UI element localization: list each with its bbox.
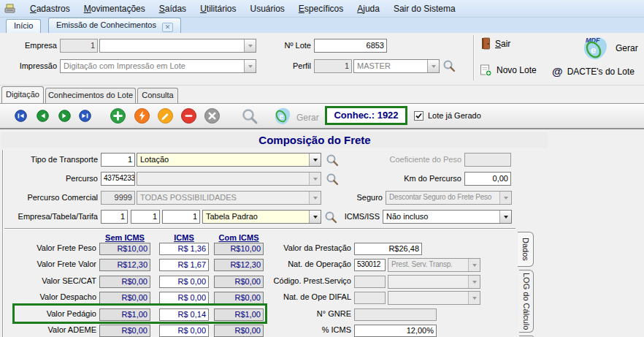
tab-inicio[interactable]: Início xyxy=(6,19,41,33)
codigo-prest-code-field[interactable] xyxy=(354,276,386,288)
pedagio-icms[interactable]: R$ 0,14 xyxy=(159,308,209,321)
empresa-name-combo[interactable] xyxy=(99,39,256,53)
chevron-down-icon[interactable] xyxy=(309,173,321,185)
next-record-button[interactable] xyxy=(58,110,71,122)
delete-button[interactable] xyxy=(181,108,196,124)
perfil-value: MASTER xyxy=(354,60,427,72)
col-com-icms-header: Com ICMS xyxy=(214,233,264,242)
tipo-transporte-code-field[interactable]: 1 xyxy=(101,153,135,167)
search-button[interactable] xyxy=(241,107,258,125)
ett-combo[interactable]: Tabela Padrao xyxy=(202,210,321,224)
valor-prestacao-label: Valor da Prestação xyxy=(248,242,351,254)
toolbar-gerar-label[interactable]: Gerar xyxy=(296,113,319,123)
menu-especificos[interactable]: Específicos xyxy=(299,4,343,14)
chevron-down-icon[interactable] xyxy=(468,276,480,288)
percurso-search-icon[interactable] xyxy=(326,173,339,186)
km-percurso-field[interactable]: 0,00 xyxy=(464,172,511,186)
despacho-icms[interactable]: R$ 0,00 xyxy=(159,292,209,304)
edit-button[interactable] xyxy=(158,108,173,124)
chevron-down-icon[interactable] xyxy=(309,154,321,166)
frete-peso-icms[interactable]: R$ 1,36 xyxy=(159,243,209,255)
gnre-label: N° GNRE xyxy=(248,308,351,320)
codigo-prest-servico-label: Código. Prest.Serviço xyxy=(248,275,351,287)
icms-iss-combo[interactable]: Não incluso xyxy=(383,210,512,224)
chevron-down-icon[interactable] xyxy=(244,60,256,72)
subtab-consulta[interactable]: Consulta xyxy=(137,88,178,103)
menu-movimentacoes[interactable]: Movimentações xyxy=(84,4,145,14)
gnre-field[interactable] xyxy=(354,308,437,321)
nat-difal-combo[interactable] xyxy=(388,291,480,305)
nat-difal-code-field[interactable] xyxy=(354,292,386,304)
cancel-button[interactable] xyxy=(204,108,220,124)
chevron-down-icon[interactable] xyxy=(468,292,480,304)
perfil-search-icon[interactable] xyxy=(442,59,456,72)
frete-valor-icms[interactable]: R$ 1,67 xyxy=(159,259,209,271)
lote-field[interactable]: 6853 xyxy=(314,39,387,53)
nat-ope-difal-label: Nat. de Ope DIFAL xyxy=(248,291,351,303)
novo-lote-button[interactable]: Novo Lote xyxy=(480,64,537,77)
lote-ja-gerado-checkbox[interactable] xyxy=(414,111,423,121)
icms-percent-field[interactable]: 12,00% xyxy=(354,325,437,337)
nat-operacao-combo[interactable]: Prest. Serv. Transp. xyxy=(388,258,480,272)
pedagio-sem-icms[interactable]: R$1,00 xyxy=(99,308,150,321)
nat-operacao-label: Nat. de Operação xyxy=(248,258,351,270)
chevron-down-icon[interactable] xyxy=(427,60,439,72)
subtab-digitacao[interactable]: Digitação xyxy=(1,86,44,103)
nat-operacao-code-field[interactable]: 530012 xyxy=(354,259,386,271)
sidetab-log-do-calculo[interactable]: LOG do Cálculo xyxy=(519,270,534,333)
lote-label: Nº Lote xyxy=(276,39,311,53)
percurso-combo[interactable] xyxy=(137,172,321,186)
svg-text:e: e xyxy=(280,113,284,121)
sair-button[interactable]: Sair xyxy=(480,37,510,50)
previous-record-button[interactable] xyxy=(37,110,49,122)
add-button[interactable] xyxy=(110,108,126,124)
seguro-combo[interactable]: Descontar Seguro do Frete Peso xyxy=(386,191,512,205)
menu-saidas[interactable]: Saídas xyxy=(159,4,186,14)
chevron-down-icon[interactable] xyxy=(499,211,511,223)
ademe-sem-icms[interactable]: R$0,00 xyxy=(99,325,150,337)
menu-usuarios[interactable]: Usuários xyxy=(250,4,284,14)
chevron-down-icon[interactable] xyxy=(244,39,256,52)
section-separator xyxy=(4,228,515,230)
coeficiente-peso-field[interactable] xyxy=(464,153,511,167)
impressao-combo[interactable]: Digitação com Impressão em Lote xyxy=(60,59,256,73)
percurso-code-field[interactable]: 43754233 xyxy=(101,172,135,186)
sidetab-dados[interactable]: Dados xyxy=(518,232,534,267)
tab-close-icon[interactable]: ✕ xyxy=(162,23,173,32)
frete-peso-sem-icms[interactable]: R$10,00 xyxy=(99,243,150,255)
dacte-button[interactable]: @ DACTE's do Lote xyxy=(552,65,635,77)
last-record-button[interactable] xyxy=(79,110,91,122)
despacho-sem-icms[interactable]: R$0,00 xyxy=(99,292,150,304)
ett-empresa-field[interactable]: 1 xyxy=(101,210,128,224)
ett-tabela-field[interactable]: 1 xyxy=(131,210,160,224)
seccat-icms[interactable]: R$ 0,00 xyxy=(159,276,209,288)
chevron-down-icon[interactable] xyxy=(468,259,480,271)
perfil-combo[interactable]: MASTER xyxy=(353,59,440,73)
first-record-button[interactable] xyxy=(15,110,27,122)
seccat-sem-icms[interactable]: R$0,00 xyxy=(99,276,150,288)
row-label: Valor Frete Peso xyxy=(0,242,96,254)
ett-tarifa-field[interactable]: 1 xyxy=(162,210,200,224)
frete-valor-sem-icms[interactable]: R$12,30 xyxy=(99,259,150,271)
tipo-transporte-search-icon[interactable] xyxy=(326,154,339,167)
menu-sair-do-sistema[interactable]: Sair do Sistema xyxy=(394,4,456,14)
empresa-code-field[interactable]: 1 xyxy=(60,39,98,53)
impressao-value: Digitação com Impressão em Lote xyxy=(61,60,244,72)
perfil-code-field[interactable]: 1 xyxy=(314,59,352,73)
tab-emissao-conhecimentos[interactable]: Emissão de Conhecimentos✕ xyxy=(48,18,181,33)
nat-difal-value xyxy=(388,292,468,304)
menu-utilitarios[interactable]: Utilitários xyxy=(200,4,236,14)
codigo-prest-combo[interactable] xyxy=(388,275,480,289)
gerar-mdfe-button[interactable]: MDF e Gerar xyxy=(579,35,638,61)
codigo-prest-value xyxy=(388,276,468,288)
menu-ajuda[interactable]: Ajuda xyxy=(357,4,380,14)
menu-cadastros[interactable]: Cadastros xyxy=(30,4,70,14)
subtab-conhecimentos-do-lote[interactable]: Conhecimentos do Lote xyxy=(45,88,136,103)
percurso-comercial-code-field[interactable]: 9999 xyxy=(101,191,135,205)
tipo-transporte-combo[interactable]: Lotação xyxy=(137,153,321,167)
generate-bolt-button[interactable] xyxy=(134,108,150,124)
valor-prestacao-field[interactable]: R$26,48 xyxy=(354,243,422,255)
chevron-down-icon[interactable] xyxy=(309,211,321,223)
chevron-down-icon[interactable] xyxy=(499,192,511,204)
ademe-icms[interactable]: R$ 0,00 xyxy=(159,325,209,337)
